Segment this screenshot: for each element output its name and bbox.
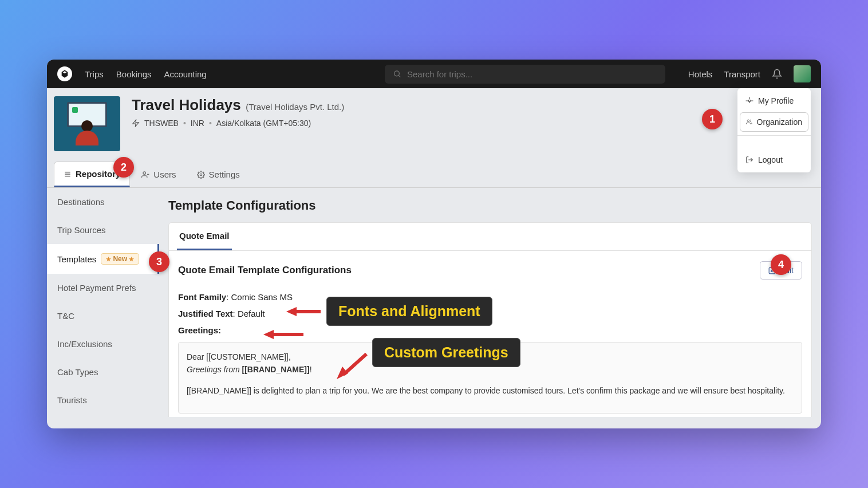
content-area: Destinations Trip Sources Templates ★New… — [47, 188, 821, 417]
sidebar-trip-sources[interactable]: Trip Sources — [47, 216, 159, 244]
card-tabs: Quote Email — [169, 223, 811, 251]
sidebar-tc[interactable]: T&C — [47, 302, 159, 330]
svg-point-0 — [394, 71, 399, 76]
new-badge: ★New★ — [101, 253, 139, 265]
sidebar-inc-excl[interactable]: Inc/Exclusions — [47, 330, 159, 358]
search-icon — [393, 69, 401, 78]
edit-button[interactable]: Edit — [760, 261, 802, 280]
tab-repository[interactable]: Repository — [54, 162, 130, 187]
sidebar-destinations[interactable]: Destinations — [47, 188, 159, 216]
nav-transport[interactable]: Transport — [724, 69, 760, 79]
config-card: Quote Email Quote Email Template Configu… — [168, 222, 812, 417]
section-title: Quote Email Template Configurations — [178, 265, 352, 276]
users-icon — [141, 171, 149, 179]
list-icon — [64, 170, 72, 178]
svg-point-8 — [143, 171, 146, 174]
app-window: Trips Bookings Accounting Hotels Transpo… — [47, 60, 821, 428]
nav-links: Trips Bookings Accounting — [85, 69, 207, 79]
lightning-icon — [132, 119, 140, 127]
dropdown-profile-label: My Profile — [758, 96, 794, 105]
greetings-box: Dear [[CUSTOMER_NAME]], Greetings from [… — [178, 342, 802, 414]
dropdown-organization[interactable]: Organization — [740, 112, 808, 132]
org-currency: INR — [191, 119, 204, 128]
settings-icon — [197, 171, 205, 179]
config-greetings-label: Greetings: — [178, 325, 802, 335]
right-links: Hotels Transport — [688, 65, 811, 82]
search-box[interactable] — [385, 65, 665, 84]
nav-trips[interactable]: Trips — [85, 69, 104, 79]
tab-quote-email[interactable]: Quote Email — [177, 223, 232, 250]
dropdown-divider — [737, 135, 811, 136]
edit-button-label: Edit — [780, 266, 794, 275]
org-header: Travel Holidays (Travel Holidays Pvt. Lt… — [47, 88, 821, 162]
dropdown-logout-label: Logout — [758, 155, 783, 164]
sidebar-templates-label: Templates — [57, 254, 96, 264]
org-logo — [54, 96, 120, 151]
tabs-row: Repository Users Settings — [47, 162, 821, 188]
config-justified-text: Justified Text: Default — [178, 309, 802, 318]
sidebar-templates[interactable]: Templates ★New★ — [47, 244, 159, 274]
pencil-icon — [768, 266, 776, 274]
app-logo[interactable] — [57, 66, 72, 81]
org-timezone: Asia/Kolkata (GMT+05:30) — [216, 119, 311, 128]
org-legal-name: (Travel Holidays Pvt. Ltd.) — [246, 102, 344, 112]
nav-bookings[interactable]: Bookings — [116, 69, 152, 79]
sidebar-cab-types[interactable]: Cab Types — [47, 358, 159, 386]
tab-settings[interactable]: Settings — [188, 162, 249, 187]
svg-line-1 — [399, 76, 400, 77]
sidebar-hotel-prefs[interactable]: Hotel Payment Prefs — [47, 274, 159, 302]
org-info: Travel Holidays (Travel Holidays Pvt. Lt… — [132, 96, 344, 128]
org-code: THSWEB — [144, 119, 179, 128]
logout-icon — [745, 156, 753, 164]
user-avatar[interactable] — [794, 65, 811, 82]
main-panel: Template Configurations Quote Email Quot… — [159, 188, 821, 417]
gear-icon — [745, 97, 753, 105]
user-dropdown: My Profile Organization Logout — [737, 88, 811, 172]
org-name: Travel Holidays — [132, 96, 241, 113]
panel-title: Template Configurations — [168, 198, 812, 213]
dropdown-logout[interactable]: Logout — [737, 149, 811, 170]
dropdown-my-profile[interactable]: My Profile — [737, 90, 811, 111]
org-icon — [746, 118, 752, 126]
config-font-family: Font Family: Comic Sans MS — [178, 292, 802, 302]
sidebar-tourists[interactable]: Tourists — [47, 386, 159, 414]
nav-hotels[interactable]: Hotels — [688, 69, 713, 79]
tab-users[interactable]: Users — [132, 162, 185, 187]
svg-point-3 — [747, 120, 749, 122]
dropdown-organization-label: Organization — [757, 117, 802, 127]
svg-marker-4 — [133, 120, 139, 127]
tab-users-label: Users — [153, 170, 176, 179]
search-input[interactable] — [407, 69, 657, 79]
bell-icon[interactable] — [772, 69, 782, 79]
tab-settings-label: Settings — [209, 170, 240, 179]
topbar: Trips Bookings Accounting Hotels Transpo… — [47, 60, 821, 88]
nav-accounting[interactable]: Accounting — [164, 69, 207, 79]
svg-point-9 — [200, 174, 202, 176]
sidebar: Destinations Trip Sources Templates ★New… — [47, 188, 159, 417]
tab-repository-label: Repository — [76, 169, 120, 179]
